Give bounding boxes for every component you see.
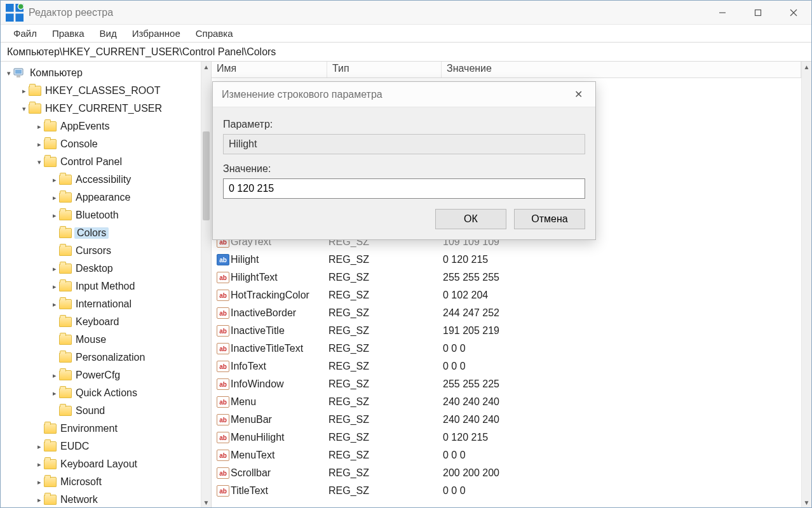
- tree-label: HKEY_CURRENT_USER: [44, 103, 163, 114]
- value-row[interactable]: abInfoTextREG_SZ0 0 0: [212, 358, 801, 375]
- value-data-field[interactable]: [223, 178, 585, 199]
- tree-item-microsoft[interactable]: ▸Microsoft: [2, 473, 201, 491]
- chevron-right-icon[interactable]: ▸: [50, 194, 59, 202]
- tree-label: PowerCfg: [74, 370, 121, 381]
- tree-item-keyboard[interactable]: ▸Keyboard: [2, 313, 201, 331]
- chevron-right-icon[interactable]: ▸: [35, 123, 44, 131]
- value-row[interactable]: abScrollbarREG_SZ200 200 200: [212, 464, 801, 482]
- close-button[interactable]: [776, 1, 811, 24]
- tree-scrollbar[interactable]: ▲ ▼: [201, 62, 211, 507]
- tree-item-sound[interactable]: ▸Sound: [2, 402, 201, 420]
- address-bar[interactable]: Компьютер\HKEY_CURRENT_USER\Control Pane…: [1, 43, 811, 62]
- reg-string-icon: ab: [217, 396, 229, 408]
- tree-item-hkcr[interactable]: ▸HKEY_CLASSES_ROOT: [2, 82, 201, 100]
- svg-rect-6: [755, 10, 761, 15]
- scroll-down-icon[interactable]: ▼: [201, 497, 211, 507]
- folder-icon: [59, 281, 72, 291]
- tree-pane: ▾Компьютер ▸HKEY_CLASSES_ROOT ▾HKEY_CURR…: [1, 62, 212, 507]
- chevron-right-icon[interactable]: ▸: [35, 496, 44, 504]
- chevron-down-icon[interactable]: ▾: [20, 105, 29, 113]
- tree-item-hkcu[interactable]: ▾HKEY_CURRENT_USER: [2, 100, 201, 117]
- tree-item-eudc[interactable]: ▸EUDC: [2, 438, 201, 455]
- tree-item-quickactions[interactable]: ▸Quick Actions: [2, 384, 201, 402]
- chevron-right-icon[interactable]: ▸: [35, 478, 44, 486]
- tree-item-controlpanel[interactable]: ▾Control Panel: [2, 153, 201, 171]
- tree-item-accessibility[interactable]: ▸Accessibility: [2, 171, 201, 189]
- tree-item-appevents[interactable]: ▸AppEvents: [2, 117, 201, 135]
- value-row[interactable]: abMenuREG_SZ240 240 240: [212, 393, 801, 411]
- chevron-right-icon[interactable]: ▸: [35, 460, 44, 469]
- tree-item-network[interactable]: ▸Network: [2, 491, 201, 507]
- chevron-right-icon[interactable]: ▸: [35, 443, 44, 451]
- tree-item-computer[interactable]: ▾Компьютер: [2, 64, 201, 82]
- tree-label: Microsoft: [59, 476, 103, 488]
- folder-icon: [44, 157, 57, 167]
- tree-item-cursors[interactable]: ▸Cursors: [2, 242, 201, 260]
- value-row[interactable]: abMenuTextREG_SZ0 0 0: [212, 446, 801, 464]
- tree-item-kbdlayout[interactable]: ▸Keyboard Layout: [2, 455, 201, 473]
- value-row[interactable]: abInactiveTitleREG_SZ191 205 219: [212, 322, 801, 340]
- menu-help[interactable]: Справка: [188, 27, 241, 40]
- tree-item-personalization[interactable]: ▸Personalization: [2, 349, 201, 366]
- folder-icon: [59, 388, 72, 398]
- maximize-button[interactable]: [740, 1, 776, 24]
- list-scrollbar[interactable]: ▲ ▼: [801, 62, 811, 507]
- chevron-right-icon[interactable]: ▸: [50, 211, 59, 220]
- tree-item-appearance[interactable]: ▸Appearance: [2, 189, 201, 206]
- tree-item-console[interactable]: ▸Console: [2, 135, 201, 153]
- cancel-button[interactable]: Отмена: [514, 209, 585, 229]
- chevron-right-icon[interactable]: ▸: [35, 140, 44, 149]
- value-row[interactable]: abInfoWindowREG_SZ255 255 225: [212, 375, 801, 393]
- tree-item-desktop[interactable]: ▸Desktop: [2, 260, 201, 277]
- scroll-up-icon[interactable]: ▲: [201, 62, 211, 72]
- tree-item-colors[interactable]: ▸Colors: [2, 224, 201, 242]
- tree-item-powercfg[interactable]: ▸PowerCfg: [2, 366, 201, 384]
- tree-item-bluetooth[interactable]: ▸Bluetooth: [2, 206, 201, 224]
- registry-tree[interactable]: ▾Компьютер ▸HKEY_CLASSES_ROOT ▾HKEY_CURR…: [1, 62, 201, 507]
- column-header-value[interactable]: Значение: [442, 62, 801, 77]
- value-row[interactable]: abMenuHilightREG_SZ0 120 215: [212, 429, 801, 446]
- ok-button[interactable]: ОК: [435, 209, 506, 229]
- reg-string-icon: ab: [217, 432, 229, 443]
- tree-item-inputmethod[interactable]: ▸Input Method: [2, 277, 201, 295]
- menu-file[interactable]: Файл: [6, 27, 44, 40]
- value-row[interactable]: abHilightREG_SZ0 120 215: [212, 251, 801, 269]
- menu-edit[interactable]: Правка: [44, 27, 92, 40]
- scroll-up-icon[interactable]: ▲: [802, 62, 811, 72]
- value-row[interactable]: abInactiveTitleTextREG_SZ0 0 0: [212, 340, 801, 358]
- value-row[interactable]: abMenuBarREG_SZ240 240 240: [212, 411, 801, 429]
- tree-label: Bluetooth: [74, 210, 120, 221]
- column-header-name[interactable]: Имя: [212, 62, 327, 77]
- chevron-right-icon[interactable]: ▸: [50, 265, 59, 273]
- menu-favorites[interactable]: Избранное: [125, 27, 188, 40]
- scroll-thumb[interactable]: [203, 131, 210, 220]
- dialog-close-button[interactable]: ✕: [571, 84, 586, 104]
- chevron-right-icon[interactable]: ▸: [50, 389, 59, 398]
- value-name: InactiveBorder: [231, 307, 328, 319]
- chevron-right-icon[interactable]: ▸: [50, 283, 59, 291]
- tree-item-environment[interactable]: ▸Environment: [2, 420, 201, 438]
- value-row[interactable]: abTitleTextREG_SZ0 0 0: [212, 482, 801, 500]
- minimize-button[interactable]: [705, 1, 740, 24]
- value-row[interactable]: abHotTrackingColorREG_SZ0 102 204: [212, 286, 801, 304]
- chevron-down-icon[interactable]: ▾: [4, 69, 13, 77]
- value-type: REG_SZ: [328, 343, 443, 354]
- value-type: REG_SZ: [328, 432, 443, 443]
- tree-item-international[interactable]: ▸International: [2, 295, 201, 313]
- menu-view[interactable]: Вид: [92, 27, 125, 40]
- value-data: 191 205 219: [443, 325, 801, 337]
- scroll-down-icon[interactable]: ▼: [802, 497, 811, 507]
- chevron-right-icon[interactable]: ▸: [50, 176, 59, 184]
- chevron-right-icon[interactable]: ▸: [50, 371, 59, 380]
- chevron-right-icon[interactable]: ▸: [20, 87, 29, 95]
- value-data: 200 200 200: [443, 467, 801, 479]
- value-name: MenuText: [231, 450, 328, 461]
- chevron-down-icon[interactable]: ▾: [35, 158, 44, 166]
- chevron-right-icon[interactable]: ▸: [50, 300, 59, 309]
- column-header-type[interactable]: Тип: [327, 62, 442, 77]
- menu-bar: Файл Правка Вид Избранное Справка: [1, 25, 811, 43]
- tree-item-mouse[interactable]: ▸Mouse: [2, 331, 201, 349]
- value-row[interactable]: abHilightTextREG_SZ255 255 255: [212, 269, 801, 286]
- svg-rect-3: [15, 13, 24, 22]
- value-row[interactable]: abInactiveBorderREG_SZ244 247 252: [212, 304, 801, 322]
